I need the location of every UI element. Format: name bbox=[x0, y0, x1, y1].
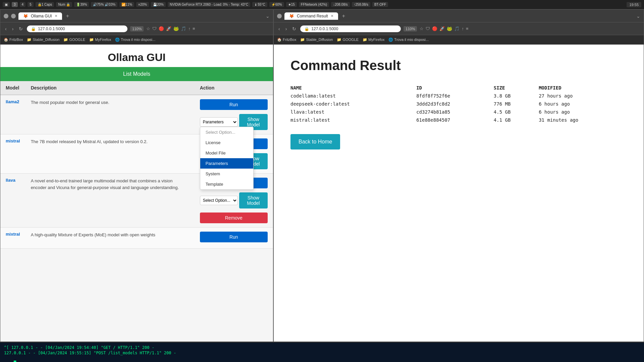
terminal-line-1: ^[ 127.0.0.1 - - [04/Jan/2024 19:54:40] … bbox=[4, 345, 640, 350]
cr-row-deepseek: deepseek-coder:latest 3ddd2d3fc8d2 776 M… bbox=[290, 100, 627, 108]
model-desc-llava: A novel end-to-end trained large multimo… bbox=[31, 178, 179, 190]
taskbar-net2: ≡20% bbox=[136, 2, 149, 7]
dropdown-opt-select[interactable]: Select Option... bbox=[200, 127, 253, 137]
right-lock-icon: 🔒 bbox=[304, 26, 309, 31]
bm-trova[interactable]: 🌐 Trova il mio disposi... bbox=[115, 38, 155, 42]
left-tab-close[interactable]: ✕ bbox=[55, 14, 57, 18]
left-star-icon[interactable]: ☆ bbox=[146, 26, 150, 31]
left-menu-icon[interactable]: ≡ bbox=[193, 26, 195, 31]
left-tab[interactable]: 🦊 Ollama GUI ✕ bbox=[18, 12, 62, 20]
taskbar-down: ↓208.08/s bbox=[331, 2, 350, 7]
rbm-google[interactable]: 📁 GOOGLE bbox=[337, 38, 359, 42]
col-description: Description bbox=[25, 81, 195, 95]
taskbar-volume: 🔊75% 🔊33% bbox=[91, 2, 117, 7]
right-toolbar-icons: ☆ 🛡 🔴 🚀 🐸 🎵 ↑ ≡ bbox=[420, 26, 468, 31]
right-minimize[interactable] bbox=[277, 14, 282, 18]
model-desc-llama2: The most popular model for general use. bbox=[31, 100, 109, 105]
left-address-bar[interactable]: 🔒 127.0.0.1:5000 bbox=[27, 25, 127, 32]
dropdown-opt-system[interactable]: System bbox=[200, 169, 253, 179]
ollama-title: Ollama GUI bbox=[0, 51, 273, 64]
model-name-llava[interactable]: llava bbox=[6, 178, 15, 183]
right-ext2-icon[interactable]: 🚀 bbox=[439, 26, 445, 31]
left-share-icon[interactable]: ↑ bbox=[188, 26, 191, 31]
right-bookmarks: 🏠 FritzBox 📁 Stable_Diffusion 📁 GOOGLE 📁… bbox=[274, 35, 644, 45]
taskbar-ws4[interactable]: 4 bbox=[20, 2, 26, 7]
cr-id-0: 8fdf8f752f6e bbox=[416, 92, 494, 100]
right-address-text: 127.0.0.1:5000 bbox=[311, 26, 338, 31]
right-tab-close[interactable]: ✕ bbox=[331, 14, 333, 18]
left-forward-btn[interactable]: › bbox=[11, 25, 15, 32]
right-ext1-icon[interactable]: 🔴 bbox=[432, 26, 437, 31]
rbm-fritzbox[interactable]: 🏠 FritzBox bbox=[277, 38, 296, 42]
taskbar-temp1: 🌡55°C bbox=[252, 2, 267, 7]
cr-size-0: 3.8 GB bbox=[494, 92, 539, 100]
taskbar-gpu: NVIDIA GeForce RTX 2060 - Load: 0% - Tem… bbox=[168, 2, 250, 7]
run-button-llama2[interactable]: Run bbox=[200, 99, 268, 110]
taskbar-workspace[interactable]: ▣ bbox=[3, 2, 10, 7]
cr-size-2: 4.5 GB bbox=[494, 108, 539, 116]
rbm-trova[interactable]: 🌐 Trova il mio disposi... bbox=[388, 38, 429, 42]
taskbar-clock: 19:55 bbox=[627, 2, 641, 7]
cr-row-mistral: mistral:latest 61e88e884507 4.1 GB 31 mi… bbox=[290, 116, 627, 124]
right-new-tab[interactable]: + bbox=[342, 13, 345, 19]
left-back-btn[interactable]: ‹ bbox=[4, 25, 8, 32]
right-reload-btn[interactable]: ↻ bbox=[291, 25, 298, 32]
right-tab-title: Command Result bbox=[297, 14, 328, 18]
remove-button-llava[interactable]: Remove bbox=[200, 213, 268, 223]
right-ext3-icon[interactable]: 🐸 bbox=[447, 26, 452, 31]
right-address-bar[interactable]: 🔒 127.0.0.1:5000 bbox=[300, 25, 401, 32]
taskbar-ws5[interactable]: 5 bbox=[28, 2, 34, 7]
left-ext3-icon[interactable]: 🐸 bbox=[173, 26, 179, 31]
right-forward-btn[interactable]: › bbox=[284, 25, 288, 32]
dropdown-opt-parameters[interactable]: Parameters bbox=[200, 158, 253, 169]
left-expand[interactable] bbox=[11, 14, 16, 18]
right-back-btn[interactable]: ‹ bbox=[277, 25, 281, 32]
taskbar-num: Num 🔒 bbox=[56, 2, 72, 7]
left-zoom: 110% bbox=[130, 26, 144, 32]
select-llava[interactable]: Select Option... License Model File Para… bbox=[200, 196, 238, 205]
left-ext1-icon[interactable]: 🔴 bbox=[159, 26, 164, 31]
bm-google[interactable]: 📁 GOOGLE bbox=[63, 38, 85, 42]
command-result-app: Command Result NAME ID SIZE MODIFIED cod… bbox=[274, 45, 644, 342]
left-ext4-icon[interactable]: 🎵 bbox=[181, 26, 186, 31]
right-share-icon[interactable]: ↑ bbox=[462, 26, 464, 31]
bm-stable[interactable]: 📁 Stable_Diffusion bbox=[27, 38, 59, 42]
model-name-llama2[interactable]: llama2 bbox=[6, 99, 19, 104]
bm-fritzbox[interactable]: 🏠 FritzBox bbox=[4, 38, 23, 42]
cr-col-size: SIZE bbox=[494, 83, 539, 92]
taskbar-ws3[interactable]: 3 bbox=[12, 2, 18, 7]
left-shield-icon[interactable]: 🛡 bbox=[152, 26, 157, 31]
model-desc-mistral: The 7B model released by Mistral AI, upd… bbox=[31, 139, 148, 144]
back-to-home-button[interactable]: Back to Home bbox=[290, 134, 340, 149]
dropdown-menu-llama2: Select Option... License Model File Para… bbox=[200, 127, 254, 190]
rbm-firefox[interactable]: 📁 MyFirefox bbox=[363, 38, 384, 42]
rbm-stable[interactable]: 📁 Stable_Diffusion bbox=[300, 38, 333, 42]
left-new-tab[interactable]: + bbox=[66, 13, 69, 19]
right-ext4-icon[interactable]: 🎵 bbox=[454, 26, 460, 31]
taskbar-stars: ★15 bbox=[286, 2, 297, 7]
dropdown-opt-template[interactable]: Template bbox=[200, 179, 253, 189]
bm-firefox[interactable]: 📁 MyFirefox bbox=[89, 38, 111, 42]
right-toolbar: ‹ › ↻ 🔒 127.0.0.1:5000 110% ☆ 🛡 🔴 🚀 🐸 🎵 … bbox=[274, 22, 644, 35]
right-tab[interactable]: 🦊 Command Result ✕ bbox=[284, 12, 338, 20]
taskbar-caps: 🔒1 Caps bbox=[36, 2, 54, 7]
model-name-mixtral[interactable]: mixtral bbox=[6, 232, 20, 237]
left-ext2-icon[interactable]: 🚀 bbox=[166, 26, 171, 31]
right-shield-icon[interactable]: 🛡 bbox=[426, 26, 430, 31]
list-models-button[interactable]: List Models bbox=[0, 67, 273, 81]
right-menu-icon[interactable]: ≡ bbox=[466, 26, 469, 31]
taskbar-bt: BT-OFF bbox=[372, 2, 388, 7]
run-button-mixtral[interactable]: Run bbox=[200, 232, 268, 242]
left-minimize[interactable] bbox=[4, 14, 8, 18]
dropdown-opt-license[interactable]: License bbox=[200, 137, 253, 148]
taskbar-ff: FFNetwork (42%) bbox=[299, 2, 329, 7]
model-name-mistral[interactable]: mistral bbox=[6, 138, 20, 143]
dropdown-opt-modelfile[interactable]: Model File bbox=[200, 148, 253, 158]
cr-modified-0: 27 hours ago bbox=[539, 92, 627, 100]
right-star-icon[interactable]: ☆ bbox=[420, 26, 424, 31]
select-llama2[interactable]: Select Option... License Model File Para… bbox=[200, 117, 238, 127]
show-model-button-llava[interactable]: Show Model bbox=[239, 192, 268, 208]
cr-id-2: cd3274b81a85 bbox=[416, 108, 494, 116]
left-reload-btn[interactable]: ↻ bbox=[17, 25, 24, 32]
cr-name-0: codellama:latest bbox=[290, 92, 416, 100]
